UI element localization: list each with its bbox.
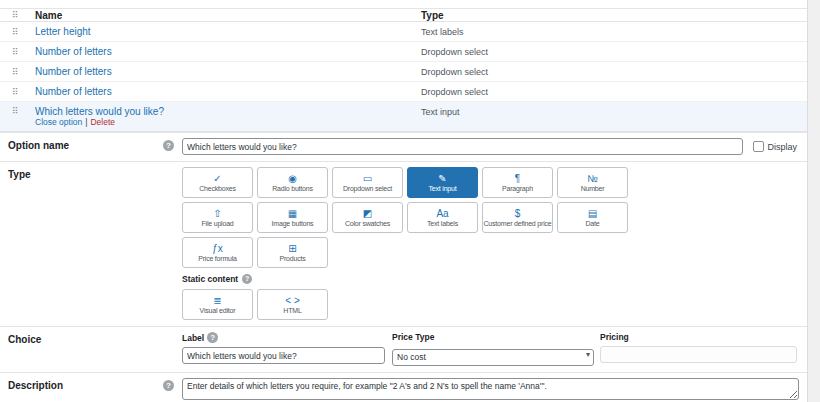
paragraph-icon: ¶: [515, 173, 520, 184]
description-label: Description ?: [0, 373, 178, 402]
section-choice: Choice Label ? Price Type: [0, 326, 807, 372]
table-header-row: ⠿ Name Type: [0, 8, 807, 22]
section-description: Description ? Enter details of which let…: [0, 372, 807, 402]
option-name-input[interactable]: [182, 138, 743, 155]
choice-column-price-type: Price Type: [392, 332, 600, 342]
section-type: Type ✓ Checkboxes ◉ Radio buttons ▭ Drop…: [0, 161, 807, 326]
type-button-dropdown-select[interactable]: ▭ Dropdown select: [332, 167, 403, 198]
type-button-text-labels[interactable]: Aa Text labels: [407, 202, 478, 233]
type-button-label: Paragraph: [502, 185, 533, 193]
drag-handle-icon[interactable]: ⠿: [0, 87, 35, 97]
description-textarea[interactable]: Enter details of which letters you requi…: [182, 378, 799, 400]
text-labels-icon: Aa: [436, 208, 448, 219]
options-table: ⠿ Name Type ⠿ Letter height Text labels …: [0, 8, 807, 132]
type-button-html[interactable]: < > HTML: [257, 289, 328, 320]
drag-handle-icon[interactable]: ⠿: [0, 106, 35, 116]
help-icon[interactable]: ?: [242, 274, 252, 284]
type-label: Type: [0, 162, 178, 326]
table-row: ⠿ Number of letters Dropdown select: [0, 42, 807, 62]
type-button-label: Text labels: [427, 220, 458, 228]
type-button-label: Date: [586, 220, 600, 228]
row-actions: Close option|Delete: [35, 117, 421, 128]
help-icon[interactable]: ?: [163, 380, 174, 391]
image-icon: ▦: [288, 208, 297, 219]
type-button-label: Text input: [429, 185, 457, 193]
choice-label-text: Choice: [8, 334, 41, 345]
type-button-color-swatches[interactable]: ◩ Color swatches: [332, 202, 403, 233]
formula-icon: ƒx: [212, 243, 223, 254]
drag-handle-icon[interactable]: ⠿: [0, 67, 35, 77]
table-row: ⠿ Number of letters Dropdown select: [0, 62, 807, 82]
drag-handle-icon[interactable]: ⠿: [0, 27, 35, 37]
calendar-icon: ▤: [588, 208, 597, 219]
static-content-label: Static content ?: [182, 274, 803, 284]
type-button-visual-editor[interactable]: ≣ Visual editor: [182, 289, 253, 320]
products-icon: ⊞: [288, 243, 296, 254]
type-button-products[interactable]: ⊞ Products: [257, 237, 328, 268]
display-checkbox[interactable]: [753, 141, 764, 152]
type-button-file-upload[interactable]: ⇧ File upload: [182, 202, 253, 233]
choice-column-pricing: Pricing: [600, 332, 803, 342]
number-icon: №: [587, 173, 598, 184]
option-type: Dropdown select: [421, 87, 807, 97]
type-button-label: Customer defined price: [484, 220, 552, 228]
customer-price-icon: $: [515, 208, 521, 219]
display-label-text: Display: [767, 142, 797, 152]
text-input-icon: ✎: [438, 173, 446, 184]
type-button-label: Dropdown select: [343, 185, 392, 193]
close-option-link[interactable]: Close option: [35, 117, 82, 127]
type-button-number[interactable]: № Number: [557, 167, 628, 198]
option-type: Text labels: [421, 27, 807, 37]
actions-separator: |: [85, 117, 87, 127]
type-button-price-formula[interactable]: ƒx Price formula: [182, 237, 253, 268]
option-name-link[interactable]: Which letters would you like?: [35, 106, 164, 117]
drag-handle-icon[interactable]: ⠿: [0, 47, 35, 57]
radio-icon: ◉: [288, 173, 297, 184]
drag-handle-icon: ⠿: [0, 10, 35, 20]
type-button-customer-defined-price[interactable]: $ Customer defined price: [482, 202, 553, 233]
static-content-label-text: Static content: [182, 274, 238, 284]
type-grid: ✓ Checkboxes ◉ Radio buttons ▭ Dropdown …: [182, 167, 632, 268]
option-name-label-text: Option name: [8, 140, 69, 151]
type-button-checkboxes[interactable]: ✓ Checkboxes: [182, 167, 253, 198]
price-type-select[interactable]: No cost: [392, 349, 594, 366]
table-row: ⠿ Number of letters Dropdown select: [0, 82, 807, 102]
option-name-link[interactable]: Number of letters: [35, 86, 112, 97]
type-button-label: HTML: [283, 307, 301, 315]
section-option-name: Option name ? Display: [0, 132, 807, 161]
type-button-label: Products: [279, 255, 305, 263]
column-header-name: Name: [35, 10, 421, 21]
column-header-type: Type: [421, 10, 807, 21]
display-checkbox-label[interactable]: Display: [753, 141, 797, 152]
static-type-grid: ≣ Visual editor < > HTML: [182, 289, 632, 320]
type-button-label: Image buttons: [272, 220, 314, 228]
option-type: Dropdown select: [421, 67, 807, 77]
type-button-label: Checkboxes: [199, 185, 236, 193]
choice-label-input[interactable]: [182, 347, 385, 364]
pricing-header-text: Pricing: [600, 332, 629, 342]
option-type: Dropdown select: [421, 47, 807, 57]
html-code-icon: < >: [285, 295, 299, 306]
option-name-link[interactable]: Number of letters: [35, 66, 112, 77]
option-name-link[interactable]: Letter height: [35, 26, 91, 37]
product-options-panel: ⠿ Name Type ⠿ Letter height Text labels …: [0, 0, 808, 402]
color-swatch-icon: ◩: [363, 208, 372, 219]
upload-icon: ⇧: [213, 208, 221, 219]
help-icon[interactable]: ?: [207, 332, 218, 343]
type-button-label: Color swatches: [345, 220, 390, 228]
help-icon[interactable]: ?: [163, 140, 174, 151]
type-button-text-input[interactable]: ✎ Text input: [407, 167, 478, 198]
table-row: ⠿ Letter height Text labels: [0, 22, 807, 42]
option-name-link[interactable]: Number of letters: [35, 46, 112, 57]
delete-option-link[interactable]: Delete: [90, 117, 115, 127]
checkboxes-icon: ✓: [213, 173, 221, 184]
type-button-label: Price formula: [198, 255, 237, 263]
type-button-radio-buttons[interactable]: ◉ Radio buttons: [257, 167, 328, 198]
choice-label-header-text: Label: [182, 333, 204, 343]
type-button-date[interactable]: ▤ Date: [557, 202, 628, 233]
type-button-paragraph[interactable]: ¶ Paragraph: [482, 167, 553, 198]
description-label-text: Description: [8, 380, 63, 391]
type-button-image-buttons[interactable]: ▦ Image buttons: [257, 202, 328, 233]
option-type: Text input: [421, 106, 807, 117]
page: ⠿ Name Type ⠿ Letter height Text labels …: [0, 0, 820, 402]
